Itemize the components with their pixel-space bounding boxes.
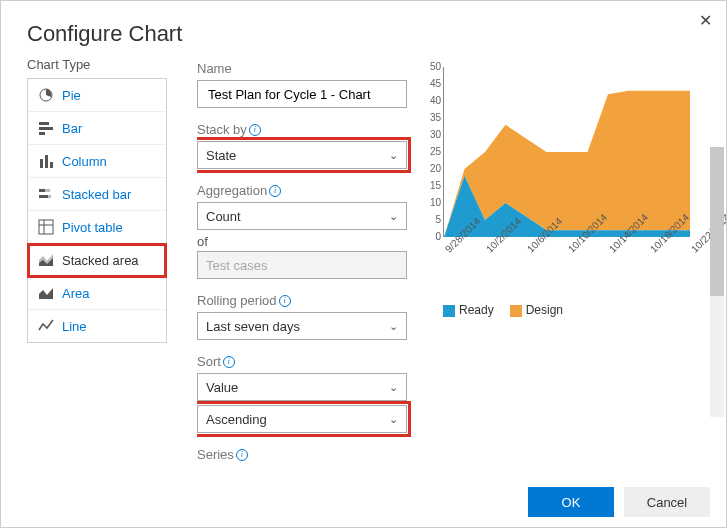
dialog-body: Chart Type Pie Bar Column Stacked bar	[1, 57, 726, 477]
bar-icon	[38, 120, 54, 136]
chevron-down-icon: ⌄	[389, 210, 398, 223]
close-icon[interactable]: ✕	[699, 11, 712, 30]
sort-label: Sorti	[197, 354, 407, 369]
svg-rect-5	[45, 155, 48, 168]
ok-button[interactable]: OK	[528, 487, 614, 517]
stack-by-value: State	[206, 148, 236, 163]
name-input[interactable]	[197, 80, 407, 108]
chart-type-line[interactable]: Line	[28, 310, 166, 342]
chart-type-label-text: Line	[62, 319, 87, 334]
svg-rect-3	[39, 132, 45, 135]
line-icon	[38, 318, 54, 334]
info-icon[interactable]: i	[279, 295, 291, 307]
chart-type-stacked-area[interactable]: Stacked area	[28, 244, 166, 277]
info-icon[interactable]: i	[269, 185, 281, 197]
chart-preview: 50454035302520151050 9/28/201410/2/20141…	[421, 67, 691, 277]
config-form: Name Stack byi State ⌄ Aggregationi Coun…	[197, 57, 417, 477]
chart-type-label-text: Area	[62, 286, 89, 301]
chevron-down-icon: ⌄	[389, 381, 398, 394]
info-icon[interactable]: i	[236, 449, 248, 461]
chevron-down-icon: ⌄	[389, 320, 398, 333]
configure-chart-dialog: ✕ Configure Chart Chart Type Pie Bar Col…	[0, 0, 727, 528]
chart-type-pie[interactable]: Pie	[28, 79, 166, 112]
rolling-period-value: Last seven days	[206, 319, 300, 334]
chart-type-panel: Chart Type Pie Bar Column Stacked bar	[27, 57, 167, 477]
aggregation-select[interactable]: Count ⌄	[197, 202, 407, 230]
chart-type-bar[interactable]: Bar	[28, 112, 166, 145]
pie-icon	[38, 87, 54, 103]
stack-by-label: Stack byi	[197, 122, 407, 137]
dialog-title: Configure Chart	[1, 1, 726, 57]
chart-preview-panel: 50454035302520151050 9/28/201410/2/20141…	[417, 57, 726, 477]
info-icon[interactable]: i	[223, 356, 235, 368]
svg-rect-2	[39, 127, 53, 130]
stacked-area-svg	[444, 67, 690, 237]
name-input-field[interactable]	[206, 86, 398, 103]
svg-rect-7	[39, 189, 45, 192]
chart-type-column[interactable]: Column	[28, 145, 166, 178]
svg-rect-9	[39, 195, 48, 198]
svg-rect-11	[39, 220, 53, 234]
svg-rect-4	[40, 159, 43, 168]
of-select: Test cases	[197, 251, 407, 279]
chart-type-label: Chart Type	[27, 57, 167, 72]
svg-rect-10	[48, 195, 51, 198]
chart-type-label-text: Stacked bar	[62, 187, 131, 202]
legend: ReadyDesign	[443, 303, 563, 317]
cancel-button[interactable]: Cancel	[624, 487, 710, 517]
stack-by-select[interactable]: State ⌄	[197, 141, 407, 169]
name-label: Name	[197, 61, 407, 76]
sort-direction-select[interactable]: Ascending ⌄	[197, 405, 407, 433]
chart-type-label-text: Pie	[62, 88, 81, 103]
chart-type-label-text: Stacked area	[62, 253, 139, 268]
of-label: of	[197, 234, 407, 249]
info-icon[interactable]: i	[249, 124, 261, 136]
dialog-footer: OK Cancel	[1, 477, 726, 527]
chart-type-list: Pie Bar Column Stacked bar Pivot table	[27, 78, 167, 343]
scrollbar-thumb[interactable]	[710, 147, 724, 296]
chart-type-label-text: Column	[62, 154, 107, 169]
of-value: Test cases	[206, 258, 267, 273]
aggregation-value: Count	[206, 209, 241, 224]
sort-direction-value: Ascending	[206, 412, 267, 427]
y-axis: 50454035302520151050	[421, 67, 441, 237]
rolling-period-select[interactable]: Last seven days ⌄	[197, 312, 407, 340]
pivot-table-icon	[38, 219, 54, 235]
chevron-down-icon: ⌄	[389, 149, 398, 162]
chart-type-label-text: Bar	[62, 121, 82, 136]
chart-type-pivot-table[interactable]: Pivot table	[28, 211, 166, 244]
plot-area	[443, 67, 689, 237]
x-axis: 9/28/201410/2/201410/6/201410/10/201410/…	[443, 239, 689, 289]
chart-type-area[interactable]: Area	[28, 277, 166, 310]
aggregation-label: Aggregationi	[197, 183, 407, 198]
chart-type-label-text: Pivot table	[62, 220, 123, 235]
area-icon	[38, 285, 54, 301]
scrollbar[interactable]	[710, 147, 724, 417]
svg-rect-8	[45, 189, 50, 192]
svg-rect-1	[39, 122, 49, 125]
stacked-area-icon	[38, 252, 54, 268]
svg-marker-16	[39, 288, 53, 299]
rolling-period-label: Rolling periodi	[197, 293, 407, 308]
column-icon	[38, 153, 54, 169]
series-label: Seriesi	[197, 447, 407, 462]
sort-field-select[interactable]: Value ⌄	[197, 373, 407, 401]
stacked-bar-icon	[38, 186, 54, 202]
svg-rect-6	[50, 162, 53, 168]
chevron-down-icon: ⌄	[389, 413, 398, 426]
chart-type-stacked-bar[interactable]: Stacked bar	[28, 178, 166, 211]
sort-field-value: Value	[206, 380, 238, 395]
